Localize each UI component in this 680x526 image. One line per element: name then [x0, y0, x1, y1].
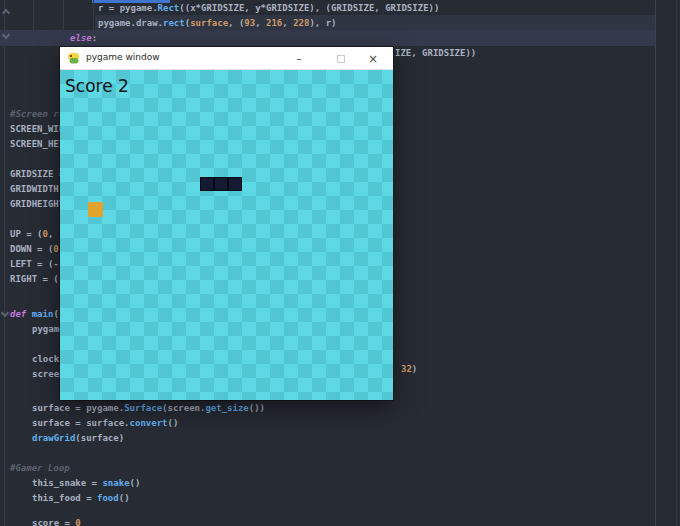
code-line: def main(	[10, 308, 59, 321]
code-line: score = 0	[32, 517, 81, 526]
window-titlebar[interactable]: pygame window – ×	[60, 47, 393, 70]
close-button[interactable]: ×	[358, 47, 388, 70]
code-line: drawGrid(surface)	[32, 432, 124, 445]
maximize-icon	[337, 55, 345, 63]
code-line: LEFT = (-	[10, 258, 59, 271]
maximize-button[interactable]	[326, 47, 356, 70]
close-icon: ×	[368, 52, 378, 66]
code-line: IZE, GRIDSIZE))	[395, 47, 476, 60]
code-line: surface = pygame.Surface(screen.get_size…	[32, 402, 265, 415]
snake-segment	[228, 177, 242, 191]
game-surface[interactable]: Score 2	[60, 70, 393, 400]
code-line: RIGHT = (	[10, 273, 59, 286]
fold-arrow-icon[interactable]	[1, 309, 9, 317]
code-line: this_food = food()	[32, 492, 130, 505]
code-line: else:	[70, 32, 97, 45]
scrollbar-track-edge	[676, 0, 677, 526]
minimize-button[interactable]: –	[284, 47, 314, 70]
code-line: SCREEN_WID	[10, 123, 64, 136]
code-line: this_snake = snake()	[32, 477, 140, 490]
gutter-separator	[4, 0, 5, 526]
code-line: GRIDHEIGHT	[10, 198, 64, 211]
window-title: pygame window	[86, 52, 160, 62]
snake-segment	[214, 177, 228, 191]
current-line-highlight	[0, 30, 655, 46]
pygame-logo-icon	[67, 52, 80, 65]
code-line: clock	[32, 353, 59, 366]
code-line: #Gamer Loop	[10, 462, 70, 475]
food-square	[88, 202, 103, 217]
screen: { "theme": { "editor_bg": "#272b34", "pl…	[0, 0, 680, 526]
code-line: GRIDWIDTH	[10, 183, 59, 196]
code-line: 32)	[401, 363, 417, 376]
code-line: SCREEN_HEI	[10, 138, 64, 151]
right-margin-guide	[655, 0, 656, 526]
code-line: #Screen re	[10, 108, 64, 121]
snake-segment	[200, 177, 214, 191]
score-text: Score 2	[65, 76, 129, 96]
code-line: UP = (0,	[10, 228, 53, 241]
code-line: surface = surface.convert()	[32, 417, 178, 430]
code-line: GRIDSIZE =	[10, 168, 64, 181]
code-line: pygame.draw.rect(surface, (93, 216, 228)…	[98, 17, 337, 30]
code-line: DOWN = (0	[10, 243, 59, 256]
pygame-window: pygame window – × Score 2	[60, 47, 393, 400]
code-line: r = pygame.Rect((x*GRIDSIZE, y*GRIDSIZE)…	[98, 2, 439, 15]
minimize-icon: –	[296, 52, 302, 65]
